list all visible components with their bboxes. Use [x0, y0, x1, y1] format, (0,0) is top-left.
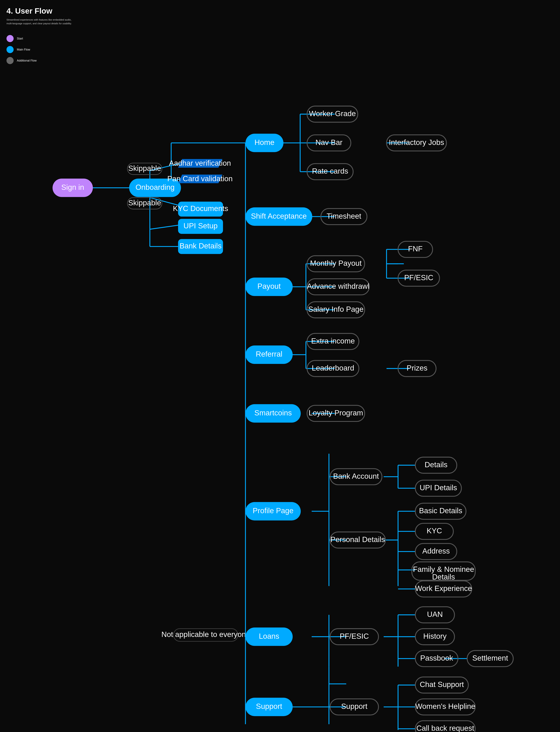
svg-text:Timesheet: Timesheet	[327, 212, 361, 220]
svg-text:Payout: Payout	[257, 282, 281, 291]
svg-text:Chat Support: Chat Support	[420, 680, 464, 689]
legend-item-additional: Additional Flow	[6, 57, 554, 64]
svg-text:UPI Setup: UPI Setup	[183, 222, 218, 230]
svg-text:KYC Documents: KYC Documents	[173, 204, 228, 213]
svg-text:Bank Details: Bank Details	[180, 242, 222, 250]
svg-text:Aadhar verification: Aadhar verification	[169, 159, 231, 167]
svg-text:History: History	[423, 632, 447, 640]
svg-text:Nav Bar: Nav Bar	[315, 138, 343, 147]
svg-text:PF/ESIC: PF/ESIC	[340, 632, 369, 640]
legend-circle-main	[6, 46, 14, 53]
svg-text:Extra income: Extra income	[311, 337, 355, 345]
svg-text:Bank Account: Bank Account	[333, 472, 379, 480]
svg-text:Worker Grade: Worker Grade	[309, 109, 356, 118]
svg-text:Referral: Referral	[256, 350, 282, 358]
svg-text:Home: Home	[254, 138, 274, 147]
legend-circle-start	[6, 35, 14, 42]
legend-item-start: Start	[6, 35, 554, 42]
signin-label: Sign in	[61, 183, 84, 192]
svg-text:Support: Support	[256, 702, 282, 710]
page-subtitle: Streamlined experiences with features li…	[6, 18, 75, 25]
legend-circle-additional	[6, 57, 14, 64]
svg-text:Salary Info Page: Salary Info Page	[308, 305, 364, 314]
legend-item-main: Main Flow	[6, 46, 554, 53]
onboarding-label: Onboarding	[135, 183, 175, 192]
svg-text:UAN: UAN	[427, 610, 443, 618]
svg-text:Shift Acceptance: Shift Acceptance	[251, 212, 307, 220]
svg-text:Work Experience: Work Experience	[415, 584, 472, 593]
svg-text:Support: Support	[341, 702, 367, 710]
svg-text:Advance withdrawl: Advance withdrawl	[307, 282, 369, 291]
svg-text:PF/ESIC: PF/ESIC	[404, 273, 433, 282]
svg-text:Prizes: Prizes	[407, 364, 427, 372]
svg-text:Call back request: Call back request	[416, 724, 474, 732]
svg-text:Settlement: Settlement	[472, 654, 508, 662]
svg-text:Rate cards: Rate cards	[312, 167, 348, 175]
svg-text:Interfactory Jobs: Interfactory Jobs	[389, 138, 444, 147]
svg-text:Family & Nominee: Family & Nominee	[413, 565, 474, 573]
svg-text:Personal Details: Personal Details	[331, 535, 385, 544]
svg-text:Monthly Payout: Monthly Payout	[310, 259, 362, 267]
legend-label-main: Main Flow	[17, 48, 30, 51]
svg-text:Basic Details: Basic Details	[419, 506, 462, 515]
legend-label-additional: Additional Flow	[17, 59, 37, 62]
svg-text:Details: Details	[432, 573, 455, 581]
svg-text:Pan Card validation: Pan Card validation	[167, 174, 233, 183]
svg-text:Details: Details	[425, 460, 447, 469]
svg-text:Skippable: Skippable	[128, 164, 161, 173]
svg-text:Smartcoins: Smartcoins	[254, 408, 292, 417]
svg-line-69	[150, 225, 182, 229]
svg-text:FNF: FNF	[408, 245, 423, 253]
svg-text:Address: Address	[422, 547, 450, 555]
svg-text:Not applicable to everyone: Not applicable to everyone	[161, 630, 250, 639]
flow-diagram: Sign in Onboarding Skippable Skippable A…	[6, 74, 554, 732]
svg-text:Women's Helpline: Women's Helpline	[415, 702, 475, 710]
svg-text:KYC: KYC	[427, 526, 442, 535]
svg-text:UPI Details: UPI Details	[420, 483, 457, 492]
svg-text:Loyalty Program: Loyalty Program	[309, 408, 363, 417]
svg-text:Leaderboard: Leaderboard	[312, 364, 354, 372]
legend-label-start: Start	[17, 37, 23, 40]
svg-text:Passbook: Passbook	[420, 654, 453, 662]
svg-text:Loans: Loans	[259, 632, 279, 640]
page-title: 4. User Flow	[6, 6, 554, 15]
svg-text:Profile Page: Profile Page	[253, 506, 294, 515]
legend: Start Main Flow Additional Flow	[6, 35, 554, 64]
svg-text:Skippable: Skippable	[128, 199, 161, 207]
